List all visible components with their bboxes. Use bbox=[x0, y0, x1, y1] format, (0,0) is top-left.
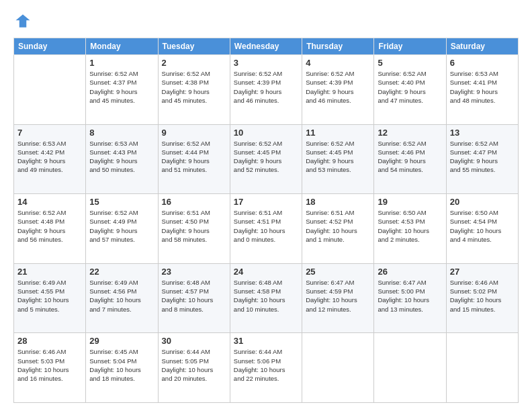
calendar-cell: 5Sunrise: 6:52 AM Sunset: 4:40 PM Daylig… bbox=[374, 55, 446, 125]
calendar-week-5: 28Sunrise: 6:46 AM Sunset: 5:03 PM Dayli… bbox=[14, 333, 519, 403]
calendar-cell: 2Sunrise: 6:52 AM Sunset: 4:38 PM Daylig… bbox=[158, 55, 230, 125]
day-info: Sunrise: 6:52 AM Sunset: 4:39 PM Dayligh… bbox=[234, 69, 298, 105]
day-info: Sunrise: 6:52 AM Sunset: 4:47 PM Dayligh… bbox=[450, 139, 515, 175]
calendar-body: 1Sunrise: 6:52 AM Sunset: 4:37 PM Daylig… bbox=[14, 55, 519, 403]
calendar-cell: 20Sunrise: 6:50 AM Sunset: 4:54 PM Dayli… bbox=[446, 194, 518, 264]
calendar-cell: 17Sunrise: 6:51 AM Sunset: 4:51 PM Dayli… bbox=[230, 194, 302, 264]
weekday-header-monday: Monday bbox=[86, 38, 158, 55]
day-info: Sunrise: 6:52 AM Sunset: 4:38 PM Dayligh… bbox=[162, 69, 226, 105]
day-number: 26 bbox=[378, 267, 442, 277]
day-number: 27 bbox=[450, 267, 515, 277]
day-info: Sunrise: 6:52 AM Sunset: 4:44 PM Dayligh… bbox=[162, 139, 226, 175]
day-info: Sunrise: 6:46 AM Sunset: 5:02 PM Dayligh… bbox=[450, 278, 515, 314]
day-number: 31 bbox=[234, 336, 298, 346]
calendar-header: SundayMondayTuesdayWednesdayThursdayFrid… bbox=[14, 38, 519, 55]
day-info: Sunrise: 6:52 AM Sunset: 4:45 PM Dayligh… bbox=[234, 139, 298, 175]
day-info: Sunrise: 6:49 AM Sunset: 4:56 PM Dayligh… bbox=[89, 278, 154, 314]
calendar-cell: 15Sunrise: 6:52 AM Sunset: 4:49 PM Dayli… bbox=[86, 194, 158, 264]
day-number: 18 bbox=[306, 197, 370, 207]
day-info: Sunrise: 6:50 AM Sunset: 4:53 PM Dayligh… bbox=[378, 208, 442, 244]
day-info: Sunrise: 6:53 AM Sunset: 4:41 PM Dayligh… bbox=[450, 69, 515, 105]
logo-icon bbox=[13, 12, 32, 31]
day-number: 16 bbox=[162, 197, 226, 207]
day-info: Sunrise: 6:51 AM Sunset: 4:50 PM Dayligh… bbox=[162, 208, 226, 244]
day-number: 24 bbox=[234, 267, 298, 277]
day-info: Sunrise: 6:52 AM Sunset: 4:48 PM Dayligh… bbox=[17, 208, 82, 244]
day-info: Sunrise: 6:52 AM Sunset: 4:39 PM Dayligh… bbox=[306, 69, 370, 105]
calendar-cell: 23Sunrise: 6:48 AM Sunset: 4:57 PM Dayli… bbox=[158, 263, 230, 333]
day-number: 20 bbox=[450, 197, 515, 207]
day-info: Sunrise: 6:50 AM Sunset: 4:54 PM Dayligh… bbox=[450, 208, 515, 244]
calendar-cell: 18Sunrise: 6:51 AM Sunset: 4:52 PM Dayli… bbox=[302, 194, 374, 264]
day-number: 15 bbox=[89, 197, 154, 207]
calendar-cell: 27Sunrise: 6:46 AM Sunset: 5:02 PM Dayli… bbox=[446, 263, 518, 333]
calendar-cell: 3Sunrise: 6:52 AM Sunset: 4:39 PM Daylig… bbox=[230, 55, 302, 125]
day-number: 4 bbox=[306, 58, 370, 68]
calendar-cell: 28Sunrise: 6:46 AM Sunset: 5:03 PM Dayli… bbox=[14, 333, 86, 403]
calendar-cell: 14Sunrise: 6:52 AM Sunset: 4:48 PM Dayli… bbox=[14, 194, 86, 264]
day-info: Sunrise: 6:51 AM Sunset: 4:52 PM Dayligh… bbox=[306, 208, 370, 244]
calendar-cell bbox=[446, 333, 518, 403]
calendar-cell: 25Sunrise: 6:47 AM Sunset: 4:59 PM Dayli… bbox=[302, 263, 374, 333]
day-number: 21 bbox=[17, 267, 82, 277]
logo bbox=[13, 12, 35, 31]
day-info: Sunrise: 6:52 AM Sunset: 4:45 PM Dayligh… bbox=[306, 139, 370, 175]
weekday-header-saturday: Saturday bbox=[446, 38, 518, 55]
weekday-header-wednesday: Wednesday bbox=[230, 38, 302, 55]
calendar-week-1: 1Sunrise: 6:52 AM Sunset: 4:37 PM Daylig… bbox=[14, 55, 519, 125]
day-number: 9 bbox=[162, 128, 226, 138]
day-number: 5 bbox=[378, 58, 442, 68]
calendar-cell: 11Sunrise: 6:52 AM Sunset: 4:45 PM Dayli… bbox=[302, 124, 374, 194]
day-number: 17 bbox=[234, 197, 298, 207]
day-info: Sunrise: 6:46 AM Sunset: 5:03 PM Dayligh… bbox=[17, 347, 82, 383]
calendar: SundayMondayTuesdayWednesdayThursdayFrid… bbox=[13, 38, 519, 403]
weekday-header-friday: Friday bbox=[374, 38, 446, 55]
day-info: Sunrise: 6:52 AM Sunset: 4:40 PM Dayligh… bbox=[378, 69, 442, 105]
svg-marker-0 bbox=[16, 15, 30, 28]
day-number: 14 bbox=[17, 197, 82, 207]
calendar-cell: 24Sunrise: 6:48 AM Sunset: 4:58 PM Dayli… bbox=[230, 263, 302, 333]
day-info: Sunrise: 6:53 AM Sunset: 4:43 PM Dayligh… bbox=[89, 139, 154, 175]
day-number: 22 bbox=[89, 267, 154, 277]
header bbox=[13, 12, 519, 31]
day-info: Sunrise: 6:48 AM Sunset: 4:57 PM Dayligh… bbox=[162, 278, 226, 314]
day-number: 3 bbox=[234, 58, 298, 68]
day-info: Sunrise: 6:47 AM Sunset: 4:59 PM Dayligh… bbox=[306, 278, 370, 314]
day-info: Sunrise: 6:52 AM Sunset: 4:37 PM Dayligh… bbox=[89, 69, 154, 105]
calendar-cell: 1Sunrise: 6:52 AM Sunset: 4:37 PM Daylig… bbox=[86, 55, 158, 125]
day-info: Sunrise: 6:48 AM Sunset: 4:58 PM Dayligh… bbox=[234, 278, 298, 314]
day-info: Sunrise: 6:53 AM Sunset: 4:42 PM Dayligh… bbox=[17, 139, 82, 175]
calendar-cell: 13Sunrise: 6:52 AM Sunset: 4:47 PM Dayli… bbox=[446, 124, 518, 194]
weekday-header-thursday: Thursday bbox=[302, 38, 374, 55]
day-info: Sunrise: 6:44 AM Sunset: 5:06 PM Dayligh… bbox=[234, 347, 298, 383]
calendar-cell: 16Sunrise: 6:51 AM Sunset: 4:50 PM Dayli… bbox=[158, 194, 230, 264]
calendar-cell: 21Sunrise: 6:49 AM Sunset: 4:55 PM Dayli… bbox=[14, 263, 86, 333]
weekday-header-tuesday: Tuesday bbox=[158, 38, 230, 55]
page: SundayMondayTuesdayWednesdayThursdayFrid… bbox=[0, 0, 532, 411]
calendar-cell: 4Sunrise: 6:52 AM Sunset: 4:39 PM Daylig… bbox=[302, 55, 374, 125]
day-number: 2 bbox=[162, 58, 226, 68]
weekday-row: SundayMondayTuesdayWednesdayThursdayFrid… bbox=[14, 38, 519, 55]
weekday-header-sunday: Sunday bbox=[14, 38, 86, 55]
day-number: 7 bbox=[17, 128, 82, 138]
day-info: Sunrise: 6:47 AM Sunset: 5:00 PM Dayligh… bbox=[378, 278, 442, 314]
calendar-cell: 7Sunrise: 6:53 AM Sunset: 4:42 PM Daylig… bbox=[14, 124, 86, 194]
calendar-cell: 26Sunrise: 6:47 AM Sunset: 5:00 PM Dayli… bbox=[374, 263, 446, 333]
day-number: 11 bbox=[306, 128, 370, 138]
calendar-cell: 8Sunrise: 6:53 AM Sunset: 4:43 PM Daylig… bbox=[86, 124, 158, 194]
day-info: Sunrise: 6:52 AM Sunset: 4:49 PM Dayligh… bbox=[89, 208, 154, 244]
day-number: 10 bbox=[234, 128, 298, 138]
day-number: 28 bbox=[17, 336, 82, 346]
day-number: 30 bbox=[162, 336, 226, 346]
day-number: 19 bbox=[378, 197, 442, 207]
day-number: 1 bbox=[89, 58, 154, 68]
calendar-cell: 31Sunrise: 6:44 AM Sunset: 5:06 PM Dayli… bbox=[230, 333, 302, 403]
day-number: 13 bbox=[450, 128, 515, 138]
calendar-cell: 10Sunrise: 6:52 AM Sunset: 4:45 PM Dayli… bbox=[230, 124, 302, 194]
calendar-cell bbox=[374, 333, 446, 403]
day-info: Sunrise: 6:52 AM Sunset: 4:46 PM Dayligh… bbox=[378, 139, 442, 175]
calendar-cell: 22Sunrise: 6:49 AM Sunset: 4:56 PM Dayli… bbox=[86, 263, 158, 333]
day-number: 6 bbox=[450, 58, 515, 68]
day-info: Sunrise: 6:45 AM Sunset: 5:04 PM Dayligh… bbox=[89, 347, 154, 383]
calendar-cell bbox=[302, 333, 374, 403]
